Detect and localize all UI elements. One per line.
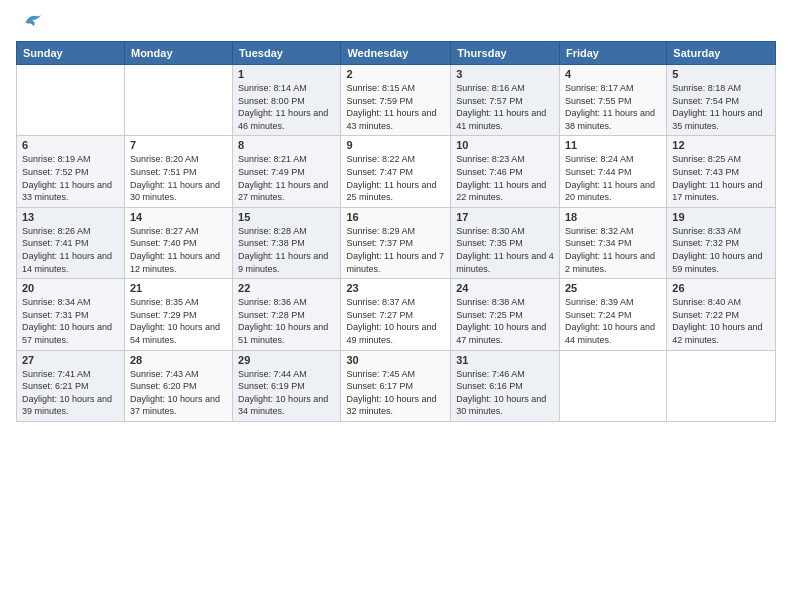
day-number: 17 [456, 211, 554, 223]
day-number: 26 [672, 282, 770, 294]
calendar-day-cell: 25Sunrise: 8:39 AM Sunset: 7:24 PM Dayli… [559, 279, 666, 350]
day-number: 5 [672, 68, 770, 80]
day-number: 22 [238, 282, 335, 294]
calendar-day-cell: 8Sunrise: 8:21 AM Sunset: 7:49 PM Daylig… [233, 136, 341, 207]
day-number: 8 [238, 139, 335, 151]
calendar-day-cell: 30Sunrise: 7:45 AM Sunset: 6:17 PM Dayli… [341, 350, 451, 421]
day-number: 15 [238, 211, 335, 223]
day-number: 16 [346, 211, 445, 223]
day-number: 7 [130, 139, 227, 151]
day-info: Sunrise: 7:44 AM Sunset: 6:19 PM Dayligh… [238, 368, 335, 418]
calendar-day-cell [124, 65, 232, 136]
calendar-day-cell: 20Sunrise: 8:34 AM Sunset: 7:31 PM Dayli… [17, 279, 125, 350]
day-info: Sunrise: 8:39 AM Sunset: 7:24 PM Dayligh… [565, 296, 661, 346]
calendar-day-cell: 21Sunrise: 8:35 AM Sunset: 7:29 PM Dayli… [124, 279, 232, 350]
day-info: Sunrise: 8:14 AM Sunset: 8:00 PM Dayligh… [238, 82, 335, 132]
logo-bird-icon [22, 12, 44, 35]
logo [16, 12, 44, 35]
day-number: 19 [672, 211, 770, 223]
calendar-day-cell: 4Sunrise: 8:17 AM Sunset: 7:55 PM Daylig… [559, 65, 666, 136]
calendar-day-cell: 29Sunrise: 7:44 AM Sunset: 6:19 PM Dayli… [233, 350, 341, 421]
calendar-day-cell: 5Sunrise: 8:18 AM Sunset: 7:54 PM Daylig… [667, 65, 776, 136]
calendar-day-cell: 26Sunrise: 8:40 AM Sunset: 7:22 PM Dayli… [667, 279, 776, 350]
day-number: 28 [130, 354, 227, 366]
day-number: 12 [672, 139, 770, 151]
day-number: 30 [346, 354, 445, 366]
calendar-day-cell: 2Sunrise: 8:15 AM Sunset: 7:59 PM Daylig… [341, 65, 451, 136]
calendar-day-cell [559, 350, 666, 421]
day-info: Sunrise: 7:46 AM Sunset: 6:16 PM Dayligh… [456, 368, 554, 418]
page: SundayMondayTuesdayWednesdayThursdayFrid… [0, 0, 792, 612]
calendar-day-header: Wednesday [341, 42, 451, 65]
day-number: 6 [22, 139, 119, 151]
day-info: Sunrise: 8:36 AM Sunset: 7:28 PM Dayligh… [238, 296, 335, 346]
calendar-day-cell: 18Sunrise: 8:32 AM Sunset: 7:34 PM Dayli… [559, 207, 666, 278]
day-number: 29 [238, 354, 335, 366]
calendar-day-cell [667, 350, 776, 421]
calendar-week-row: 27Sunrise: 7:41 AM Sunset: 6:21 PM Dayli… [17, 350, 776, 421]
calendar-day-cell: 31Sunrise: 7:46 AM Sunset: 6:16 PM Dayli… [451, 350, 560, 421]
calendar-day-cell: 3Sunrise: 8:16 AM Sunset: 7:57 PM Daylig… [451, 65, 560, 136]
day-info: Sunrise: 8:38 AM Sunset: 7:25 PM Dayligh… [456, 296, 554, 346]
day-number: 20 [22, 282, 119, 294]
header [16, 12, 776, 35]
day-number: 10 [456, 139, 554, 151]
day-info: Sunrise: 8:28 AM Sunset: 7:38 PM Dayligh… [238, 225, 335, 275]
calendar-day-header: Thursday [451, 42, 560, 65]
day-info: Sunrise: 8:33 AM Sunset: 7:32 PM Dayligh… [672, 225, 770, 275]
day-info: Sunrise: 8:24 AM Sunset: 7:44 PM Dayligh… [565, 153, 661, 203]
calendar-day-cell: 16Sunrise: 8:29 AM Sunset: 7:37 PM Dayli… [341, 207, 451, 278]
day-number: 1 [238, 68, 335, 80]
calendar-day-cell: 24Sunrise: 8:38 AM Sunset: 7:25 PM Dayli… [451, 279, 560, 350]
day-info: Sunrise: 8:17 AM Sunset: 7:55 PM Dayligh… [565, 82, 661, 132]
calendar-week-row: 6Sunrise: 8:19 AM Sunset: 7:52 PM Daylig… [17, 136, 776, 207]
day-number: 18 [565, 211, 661, 223]
calendar-table: SundayMondayTuesdayWednesdayThursdayFrid… [16, 41, 776, 422]
calendar-day-cell: 7Sunrise: 8:20 AM Sunset: 7:51 PM Daylig… [124, 136, 232, 207]
calendar-day-cell [17, 65, 125, 136]
calendar-week-row: 1Sunrise: 8:14 AM Sunset: 8:00 PM Daylig… [17, 65, 776, 136]
day-info: Sunrise: 8:35 AM Sunset: 7:29 PM Dayligh… [130, 296, 227, 346]
calendar-day-cell: 22Sunrise: 8:36 AM Sunset: 7:28 PM Dayli… [233, 279, 341, 350]
day-number: 25 [565, 282, 661, 294]
calendar-day-cell: 6Sunrise: 8:19 AM Sunset: 7:52 PM Daylig… [17, 136, 125, 207]
calendar-day-cell: 15Sunrise: 8:28 AM Sunset: 7:38 PM Dayli… [233, 207, 341, 278]
day-info: Sunrise: 8:30 AM Sunset: 7:35 PM Dayligh… [456, 225, 554, 275]
day-info: Sunrise: 8:21 AM Sunset: 7:49 PM Dayligh… [238, 153, 335, 203]
calendar-day-header: Sunday [17, 42, 125, 65]
calendar-day-cell: 12Sunrise: 8:25 AM Sunset: 7:43 PM Dayli… [667, 136, 776, 207]
day-info: Sunrise: 8:20 AM Sunset: 7:51 PM Dayligh… [130, 153, 227, 203]
calendar-day-cell: 19Sunrise: 8:33 AM Sunset: 7:32 PM Dayli… [667, 207, 776, 278]
day-info: Sunrise: 8:23 AM Sunset: 7:46 PM Dayligh… [456, 153, 554, 203]
day-number: 14 [130, 211, 227, 223]
calendar-day-cell: 9Sunrise: 8:22 AM Sunset: 7:47 PM Daylig… [341, 136, 451, 207]
calendar-day-cell: 17Sunrise: 8:30 AM Sunset: 7:35 PM Dayli… [451, 207, 560, 278]
calendar-day-header: Monday [124, 42, 232, 65]
calendar-day-cell: 1Sunrise: 8:14 AM Sunset: 8:00 PM Daylig… [233, 65, 341, 136]
calendar-day-header: Tuesday [233, 42, 341, 65]
calendar-day-cell: 11Sunrise: 8:24 AM Sunset: 7:44 PM Dayli… [559, 136, 666, 207]
calendar-day-cell: 23Sunrise: 8:37 AM Sunset: 7:27 PM Dayli… [341, 279, 451, 350]
calendar-week-row: 20Sunrise: 8:34 AM Sunset: 7:31 PM Dayli… [17, 279, 776, 350]
day-info: Sunrise: 8:25 AM Sunset: 7:43 PM Dayligh… [672, 153, 770, 203]
calendar-day-cell: 27Sunrise: 7:41 AM Sunset: 6:21 PM Dayli… [17, 350, 125, 421]
day-info: Sunrise: 8:15 AM Sunset: 7:59 PM Dayligh… [346, 82, 445, 132]
day-number: 31 [456, 354, 554, 366]
day-info: Sunrise: 8:26 AM Sunset: 7:41 PM Dayligh… [22, 225, 119, 275]
calendar-day-cell: 13Sunrise: 8:26 AM Sunset: 7:41 PM Dayli… [17, 207, 125, 278]
day-info: Sunrise: 8:29 AM Sunset: 7:37 PM Dayligh… [346, 225, 445, 275]
calendar-week-row: 13Sunrise: 8:26 AM Sunset: 7:41 PM Dayli… [17, 207, 776, 278]
day-info: Sunrise: 8:40 AM Sunset: 7:22 PM Dayligh… [672, 296, 770, 346]
calendar-day-header: Friday [559, 42, 666, 65]
day-number: 23 [346, 282, 445, 294]
day-info: Sunrise: 8:32 AM Sunset: 7:34 PM Dayligh… [565, 225, 661, 275]
day-number: 21 [130, 282, 227, 294]
day-info: Sunrise: 7:43 AM Sunset: 6:20 PM Dayligh… [130, 368, 227, 418]
day-number: 3 [456, 68, 554, 80]
day-info: Sunrise: 8:19 AM Sunset: 7:52 PM Dayligh… [22, 153, 119, 203]
day-info: Sunrise: 7:41 AM Sunset: 6:21 PM Dayligh… [22, 368, 119, 418]
day-number: 11 [565, 139, 661, 151]
calendar-header-row: SundayMondayTuesdayWednesdayThursdayFrid… [17, 42, 776, 65]
calendar-day-cell: 10Sunrise: 8:23 AM Sunset: 7:46 PM Dayli… [451, 136, 560, 207]
day-info: Sunrise: 8:18 AM Sunset: 7:54 PM Dayligh… [672, 82, 770, 132]
